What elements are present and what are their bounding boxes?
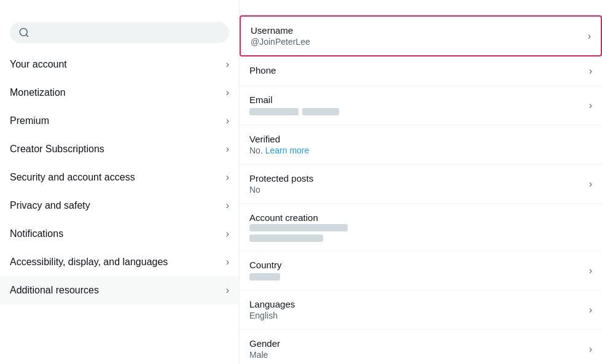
sidebar-item-monetization[interactable]: Monetization› [0, 79, 239, 107]
sidebar-item-additional[interactable]: Additional resources› [0, 276, 239, 304]
search-icon [18, 27, 29, 38]
chevron-right-icon-additional: › [226, 285, 229, 296]
nav-items-list: Your account›Monetization›Premium›Creato… [0, 50, 239, 304]
chevron-right-icon-privacy: › [226, 200, 229, 211]
info-row-left-country: Country [249, 260, 584, 281]
info-row-value-gender: Male [249, 350, 584, 360]
info-row-left-protected-posts: Protected postsNo [249, 173, 584, 195]
chevron-right-icon-protected-posts: › [589, 179, 592, 190]
info-row-account-creation[interactable]: Account creation [240, 204, 602, 251]
sidebar-item-label-your-account: Your account [10, 59, 67, 70]
info-row-left-email: Email [249, 95, 584, 116]
info-row-left-gender: GenderMale [249, 338, 584, 360]
sidebar-item-notifications[interactable]: Notifications› [0, 220, 239, 248]
sidebar-item-security[interactable]: Security and account access› [0, 163, 239, 192]
chevron-right-icon-accessibility: › [226, 257, 229, 268]
sidebar-item-label-monetization: Monetization [10, 87, 66, 98]
chevron-right-icon-creator-subscriptions: › [226, 144, 229, 155]
info-row-value-account-creation [249, 224, 592, 242]
info-row-value-email [249, 106, 584, 116]
info-row-label-protected-posts: Protected posts [249, 173, 584, 184]
info-row-label-email: Email [249, 95, 584, 105]
info-row-left-username: Username@JoinPeterLee [251, 25, 583, 47]
sidebar-item-premium[interactable]: Premium› [0, 107, 239, 135]
sidebar-item-label-premium: Premium [10, 115, 49, 126]
info-row-verified[interactable]: VerifiedNo. Learn more [240, 125, 602, 165]
info-row-languages[interactable]: LanguagesEnglish› [240, 290, 602, 330]
main-content: Username@JoinPeterLee›Phone›Email›Verifi… [240, 0, 602, 364]
info-row-label-languages: Languages [249, 299, 584, 309]
info-row-left-languages: LanguagesEnglish [249, 299, 584, 320]
info-row-value-languages: English [249, 311, 584, 320]
verified-learn-more-link[interactable]: Learn more [265, 145, 310, 155]
sidebar-item-label-creator-subscriptions: Creator Subscriptions [10, 144, 104, 155]
info-row-label-phone: Phone [249, 65, 584, 76]
info-row-country[interactable]: Country› [240, 251, 602, 290]
chevron-right-icon-security: › [226, 172, 229, 183]
info-row-gender[interactable]: GenderMale› [240, 330, 602, 364]
sidebar-item-label-security: Security and account access [10, 172, 135, 183]
info-row-label-gender: Gender [249, 338, 584, 349]
info-row-left-verified: VerifiedNo. Learn more [249, 134, 592, 155]
content-header [240, 0, 602, 15]
info-row-value-username: @JoinPeterLee [251, 37, 583, 47]
sidebar-item-label-notifications: Notifications [10, 228, 63, 239]
info-rows-list: Username@JoinPeterLee›Phone›Email›Verifi… [240, 15, 602, 364]
chevron-right-icon-phone: › [589, 66, 592, 77]
chevron-right-icon-languages: › [589, 304, 592, 316]
info-row-value-protected-posts: No [249, 185, 584, 195]
sidebar-item-creator-subscriptions[interactable]: Creator Subscriptions› [0, 135, 239, 163]
info-row-label-country: Country [249, 260, 584, 270]
sidebar: Your account›Monetization›Premium›Creato… [0, 0, 240, 364]
sidebar-title [0, 7, 239, 20]
info-row-left-phone: Phone [249, 65, 584, 77]
sidebar-item-privacy[interactable]: Privacy and safety› [0, 192, 239, 220]
info-row-username[interactable]: Username@JoinPeterLee› [240, 15, 602, 56]
info-row-value-country [249, 271, 584, 281]
info-row-email[interactable]: Email› [240, 86, 602, 125]
chevron-right-icon-monetization: › [226, 87, 229, 98]
sidebar-item-label-privacy: Privacy and safety [10, 200, 90, 211]
chevron-right-icon-premium: › [226, 115, 229, 126]
chevron-right-icon-gender: › [589, 344, 592, 355]
chevron-right-icon-username: › [588, 31, 591, 42]
info-row-label-verified: Verified [249, 134, 592, 144]
chevron-right-icon-country: › [589, 265, 592, 276]
sidebar-item-label-accessibility: Accessibility, display, and languages [10, 257, 168, 268]
svg-line-1 [26, 34, 28, 36]
sidebar-item-accessibility[interactable]: Accessibility, display, and languages› [0, 248, 239, 276]
sidebar-item-label-additional: Additional resources [10, 285, 99, 296]
sidebar-item-your-account[interactable]: Your account› [0, 50, 239, 79]
info-row-label-username: Username [251, 25, 583, 36]
info-row-label-account-creation: Account creation [249, 212, 592, 223]
search-container [0, 20, 239, 50]
chevron-right-icon-your-account: › [226, 59, 229, 70]
chevron-right-icon-notifications: › [226, 228, 229, 239]
info-row-protected-posts[interactable]: Protected postsNo› [240, 165, 602, 204]
info-row-value-verified: No. Learn more [249, 145, 592, 155]
search-box[interactable] [10, 22, 229, 43]
chevron-right-icon-email: › [589, 100, 592, 111]
info-row-left-account-creation: Account creation [249, 212, 592, 242]
info-row-phone[interactable]: Phone› [240, 56, 602, 86]
